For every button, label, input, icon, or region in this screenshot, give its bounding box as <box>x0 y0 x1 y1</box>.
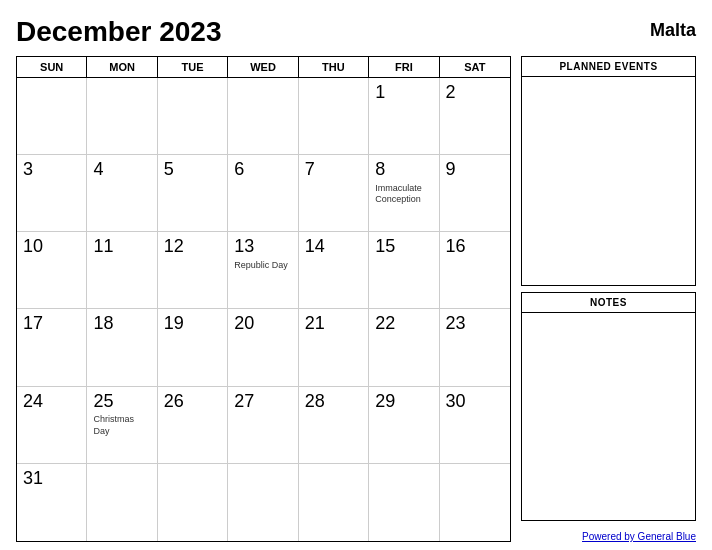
main-content: SUNMONTUEWEDTHUFRISAT 12345678Immaculate… <box>16 56 696 542</box>
day-cell-9: 9 <box>440 155 510 232</box>
day-cell-7: 7 <box>299 155 369 232</box>
day-cell-29: 29 <box>369 387 439 464</box>
day-number: 25 <box>93 391 150 413</box>
day-cell-15: 15 <box>369 232 439 309</box>
empty-cell <box>17 78 87 155</box>
day-cell-21: 21 <box>299 309 369 386</box>
notes-title: NOTES <box>522 293 695 313</box>
day-header-thu: THU <box>299 57 369 77</box>
day-number: 16 <box>446 236 504 258</box>
notes-box: NOTES <box>521 292 696 522</box>
planned-events-title: PLANNED EVENTS <box>522 57 695 77</box>
day-number: 24 <box>23 391 80 413</box>
empty-cell <box>158 464 228 541</box>
day-cell-13: 13Republic Day <box>228 232 298 309</box>
day-number: 6 <box>234 159 291 181</box>
day-number: 8 <box>375 159 432 181</box>
day-number: 4 <box>93 159 150 181</box>
day-cell-30: 30 <box>440 387 510 464</box>
day-number: 11 <box>93 236 150 258</box>
day-header-sun: SUN <box>17 57 87 77</box>
day-cell-1: 1 <box>369 78 439 155</box>
day-cell-14: 14 <box>299 232 369 309</box>
event-label: Republic Day <box>234 260 291 272</box>
day-number: 17 <box>23 313 80 335</box>
event-label: Immaculate Conception <box>375 183 432 206</box>
day-header-mon: MON <box>87 57 157 77</box>
empty-cell <box>228 78 298 155</box>
day-number: 5 <box>164 159 221 181</box>
day-cell-6: 6 <box>228 155 298 232</box>
day-number: 7 <box>305 159 362 181</box>
empty-cell <box>299 78 369 155</box>
day-number: 18 <box>93 313 150 335</box>
day-cell-2: 2 <box>440 78 510 155</box>
day-header-tue: TUE <box>158 57 228 77</box>
day-number: 22 <box>375 313 432 335</box>
day-cell-26: 26 <box>158 387 228 464</box>
day-cell-17: 17 <box>17 309 87 386</box>
empty-cell <box>158 78 228 155</box>
day-cell-23: 23 <box>440 309 510 386</box>
page: December 2023 Malta SUNMONTUEWEDTHUFRISA… <box>0 0 712 550</box>
day-cell-12: 12 <box>158 232 228 309</box>
day-number: 12 <box>164 236 221 258</box>
day-number: 27 <box>234 391 291 413</box>
calendar: SUNMONTUEWEDTHUFRISAT 12345678Immaculate… <box>16 56 511 542</box>
day-number: 2 <box>446 82 504 104</box>
day-number: 9 <box>446 159 504 181</box>
day-cell-4: 4 <box>87 155 157 232</box>
day-number: 15 <box>375 236 432 258</box>
day-number: 14 <box>305 236 362 258</box>
day-number: 30 <box>446 391 504 413</box>
day-cell-31: 31 <box>17 464 87 541</box>
sidebar: PLANNED EVENTS NOTES Powered by General … <box>521 56 696 542</box>
notes-content[interactable] <box>522 313 695 521</box>
day-headers: SUNMONTUEWEDTHUFRISAT <box>17 57 510 78</box>
day-number: 29 <box>375 391 432 413</box>
day-number: 31 <box>23 468 80 490</box>
day-cell-28: 28 <box>299 387 369 464</box>
empty-cell <box>87 78 157 155</box>
header: December 2023 Malta <box>16 16 696 48</box>
day-cell-3: 3 <box>17 155 87 232</box>
empty-cell <box>228 464 298 541</box>
empty-cell <box>369 464 439 541</box>
page-title: December 2023 <box>16 16 221 48</box>
day-cell-22: 22 <box>369 309 439 386</box>
day-cell-8: 8Immaculate Conception <box>369 155 439 232</box>
day-cell-16: 16 <box>440 232 510 309</box>
day-number: 1 <box>375 82 432 104</box>
day-cell-5: 5 <box>158 155 228 232</box>
empty-cell <box>299 464 369 541</box>
day-cell-25: 25Christmas Day <box>87 387 157 464</box>
day-number: 20 <box>234 313 291 335</box>
country-label: Malta <box>650 20 696 41</box>
day-cell-10: 10 <box>17 232 87 309</box>
day-cell-27: 27 <box>228 387 298 464</box>
day-number: 10 <box>23 236 80 258</box>
day-cell-24: 24 <box>17 387 87 464</box>
day-number: 28 <box>305 391 362 413</box>
day-header-sat: SAT <box>440 57 510 77</box>
day-number: 26 <box>164 391 221 413</box>
event-label: Christmas Day <box>93 414 150 437</box>
empty-cell <box>87 464 157 541</box>
powered-by-link[interactable]: Powered by General Blue <box>582 531 696 542</box>
day-number: 21 <box>305 313 362 335</box>
footer: Powered by General Blue <box>521 531 696 542</box>
day-number: 13 <box>234 236 291 258</box>
day-number: 23 <box>446 313 504 335</box>
day-header-wed: WED <box>228 57 298 77</box>
day-number: 3 <box>23 159 80 181</box>
day-cell-19: 19 <box>158 309 228 386</box>
day-cell-18: 18 <box>87 309 157 386</box>
planned-events-content <box>522 77 695 285</box>
day-cell-11: 11 <box>87 232 157 309</box>
day-cell-20: 20 <box>228 309 298 386</box>
planned-events-box: PLANNED EVENTS <box>521 56 696 286</box>
day-header-fri: FRI <box>369 57 439 77</box>
day-number: 19 <box>164 313 221 335</box>
calendar-grid: 12345678Immaculate Conception910111213Re… <box>17 78 510 541</box>
empty-cell <box>440 464 510 541</box>
